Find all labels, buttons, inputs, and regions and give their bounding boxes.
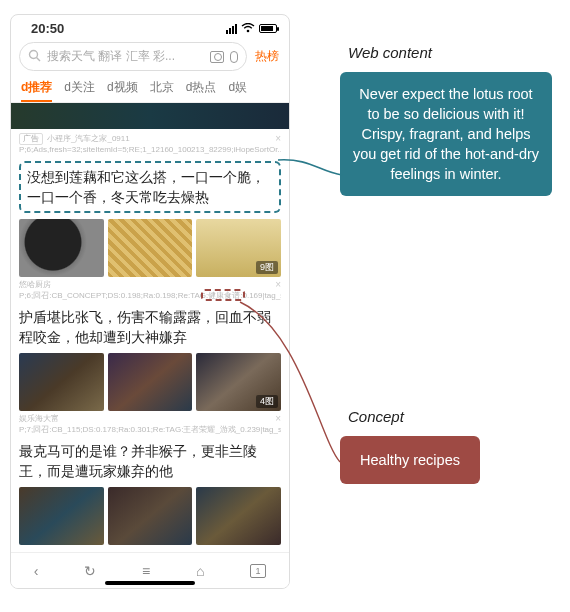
close-icon[interactable]: × <box>275 280 281 290</box>
mic-icon[interactable] <box>230 51 238 63</box>
feed: 广告 小程序_汽车之家_0911 × P;6;Ads,fresh=32;site… <box>11 103 289 545</box>
battery-icon <box>259 24 277 33</box>
nav-back-icon[interactable]: ‹ <box>34 563 39 579</box>
post3-thumb-1[interactable] <box>19 487 104 545</box>
tab-video[interactable]: d视频 <box>107 79 138 96</box>
post2-thumb-1[interactable] <box>19 353 104 411</box>
svg-point-0 <box>247 29 250 32</box>
home-indicator <box>105 581 195 585</box>
post1-thumb-1[interactable] <box>19 219 104 277</box>
concept-callout: Healthy recipes <box>340 436 480 484</box>
svg-point-1 <box>30 50 38 58</box>
post2-thumb-2[interactable] <box>108 353 193 411</box>
search-placeholder: 搜索天气 翻译 汇率 彩... <box>47 48 204 65</box>
post1-title[interactable]: 没想到莲藕和它这么搭，一口一个脆，一口一个香，冬天常吃去燥热 <box>19 161 281 213</box>
post1-debug: P;6;回召:CB_CONCEPT;DS:0.198;Ra:0.198;Re:T… <box>19 290 281 301</box>
concept-label: Concept <box>348 408 404 425</box>
web-content-label: Web content <box>348 44 432 61</box>
post2-source-row: 娱乐海大富 × <box>19 414 281 424</box>
post3-title[interactable]: 最克马可的是谁？并非猴子，更非兰陵王，而是遭玩家嫌弃的他 <box>19 441 281 481</box>
svg-line-2 <box>37 57 41 61</box>
ad-debug: P;6;Ads,fresh=32;siteItemId=5;RE;1_12160… <box>19 145 281 155</box>
close-icon[interactable]: × <box>275 134 281 144</box>
status-time: 20:50 <box>31 21 64 36</box>
nav-tabs-icon[interactable]: 1 <box>250 564 266 578</box>
hot-ranking-link[interactable]: 热榜 <box>253 48 281 65</box>
tab-beijing[interactable]: 北京 <box>150 79 174 96</box>
promo-banner[interactable] <box>11 103 289 129</box>
post1-thumb-2[interactable] <box>108 219 193 277</box>
post3-thumb-2[interactable] <box>108 487 193 545</box>
post2-thumbs[interactable]: 4图 <box>19 353 281 411</box>
status-bar: 20:50 <box>11 15 289 38</box>
tab-recommend[interactable]: d推荐 <box>21 79 52 96</box>
post2-debug: P;7;回召:CB_115;DS:0.178;Ra:0.301;Re:TAG:王… <box>19 424 281 435</box>
post1-thumb-3[interactable]: 9图 <box>196 219 281 277</box>
pic-count-badge: 4图 <box>256 395 278 408</box>
search-row: 搜索天气 翻译 汇率 彩... 热榜 <box>11 38 289 75</box>
camera-icon[interactable] <box>210 51 224 63</box>
post2-source: 娱乐海大富 <box>19 414 59 424</box>
web-content-callout: Never expect the lotus root to be so del… <box>340 72 552 196</box>
close-icon[interactable]: × <box>275 414 281 424</box>
search-icon <box>28 49 41 65</box>
phone-screenshot: 20:50 搜索天气 翻译 汇率 彩... 热榜 d推荐 d关注 d视频 北京 … <box>10 14 290 589</box>
tab-hot[interactable]: d热点 <box>186 79 217 96</box>
post3-thumb-3[interactable] <box>196 487 281 545</box>
category-tabs: d推荐 d关注 d视频 北京 d热点 d娱 <box>11 75 289 103</box>
post3-thumbs[interactable] <box>19 487 281 545</box>
ad-source: 小程序_汽车之家_0911 <box>47 134 130 144</box>
tab-follow[interactable]: d关注 <box>64 79 95 96</box>
concept-highlight-box <box>201 289 245 301</box>
signal-icon <box>226 24 237 34</box>
status-icons <box>226 22 277 36</box>
ad-badge: 广告 <box>19 133 43 145</box>
nav-menu-icon[interactable]: ≡ <box>142 563 150 579</box>
post1-thumbs[interactable]: 9图 <box>19 219 281 277</box>
tab-ent[interactable]: d娱 <box>228 79 247 96</box>
pic-count-badge: 9图 <box>256 261 278 274</box>
post2-title[interactable]: 护盾堪比张飞，伤害不输露露，回血不弱程咬金，他却遭到大神嫌弃 <box>19 307 281 347</box>
nav-refresh-icon[interactable]: ↻ <box>84 563 96 579</box>
search-input[interactable]: 搜索天气 翻译 汇率 彩... <box>19 42 247 71</box>
wifi-icon <box>241 22 255 36</box>
post1-source: 悠哈厨房 <box>19 280 51 290</box>
nav-home-icon[interactable]: ⌂ <box>196 563 204 579</box>
ad-meta: 广告 小程序_汽车之家_0911 × <box>19 133 281 145</box>
post2-thumb-3[interactable]: 4图 <box>196 353 281 411</box>
